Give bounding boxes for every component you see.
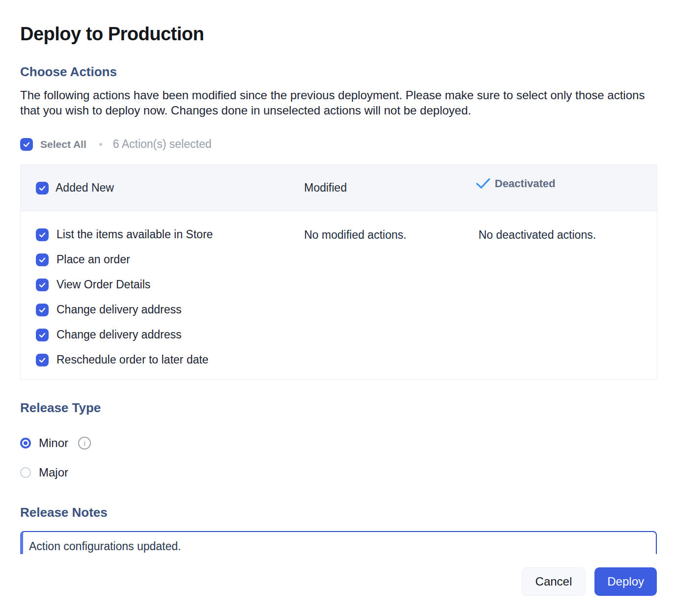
- dialog-footer: Cancel Deploy: [0, 554, 676, 616]
- action-checkbox[interactable]: [36, 253, 49, 266]
- action-label: List the items available in Store: [56, 228, 213, 241]
- deploy-button[interactable]: Deploy: [594, 567, 657, 596]
- action-checkbox[interactable]: [36, 354, 49, 366]
- checkbox-checked-icon: [38, 184, 46, 192]
- choose-actions-description: The following actions have been modified…: [20, 87, 649, 118]
- release-type-heading: Release Type: [20, 400, 657, 416]
- modified-header: Modified: [304, 181, 479, 195]
- release-type-option-minor: Minor i: [20, 428, 657, 458]
- major-radio[interactable]: [20, 467, 31, 478]
- minor-radio[interactable]: [20, 438, 31, 448]
- checkbox-checked-icon: [23, 140, 30, 148]
- release-type-options: Minor i Major: [20, 428, 657, 487]
- deactivated-check-icon: [476, 177, 491, 190]
- action-label: Reschedule order to later date: [56, 353, 208, 366]
- action-checkbox[interactable]: [36, 329, 49, 341]
- cancel-button[interactable]: Cancel: [522, 567, 586, 596]
- select-all-label: Select All: [40, 139, 86, 150]
- action-item-row: Change delivery address: [36, 297, 304, 322]
- checkbox-checked-icon: [38, 306, 46, 314]
- deploy-dialog: Deploy to Production Choose Actions The …: [0, 0, 676, 616]
- checkbox-checked-icon: [38, 256, 46, 264]
- checkbox-checked-icon: [38, 356, 46, 364]
- action-item-row: List the items available in Store: [36, 222, 304, 247]
- choose-actions-heading: Choose Actions: [20, 64, 657, 80]
- deactivated-header[interactable]: Deactivated: [476, 177, 657, 190]
- select-all-checkbox[interactable]: [20, 138, 33, 151]
- action-item-row: Reschedule order to later date: [36, 347, 304, 372]
- added-new-header: Added New: [21, 181, 304, 195]
- checkbox-checked-icon: [38, 331, 46, 339]
- selected-count-text: 6 Action(s) selected: [113, 138, 212, 151]
- checkbox-checked-icon: [38, 281, 46, 289]
- action-label: View Order Details: [56, 278, 150, 291]
- release-notes-heading: Release Notes: [20, 505, 657, 520]
- added-new-label: Added New: [56, 181, 114, 195]
- major-label: Major: [39, 466, 68, 479]
- action-checkbox[interactable]: [36, 228, 49, 241]
- dot-separator: [99, 143, 102, 146]
- action-checkbox[interactable]: [36, 279, 49, 291]
- release-type-option-major: Major: [20, 458, 657, 487]
- action-item-row: Change delivery address: [36, 322, 304, 347]
- action-label: Change delivery address: [56, 328, 181, 341]
- deactivated-empty-text: No deactivated actions.: [479, 211, 657, 379]
- action-checkbox[interactable]: [36, 304, 49, 316]
- select-all-row: Select All 6 Action(s) selected: [20, 138, 657, 151]
- action-label: Change delivery address: [56, 303, 181, 316]
- added-new-checkbox[interactable]: [36, 182, 49, 195]
- action-label: Place an order: [56, 253, 130, 266]
- checkbox-checked-icon: [38, 231, 46, 239]
- action-item-row: View Order Details: [36, 272, 304, 297]
- added-actions-list: List the items available in Store Place …: [21, 211, 304, 379]
- deactivated-label: Deactivated: [495, 177, 556, 190]
- action-item-row: Place an order: [36, 247, 304, 272]
- modified-empty-text: No modified actions.: [304, 211, 479, 379]
- actions-panel: Added New Modified Deactivated List the …: [20, 165, 657, 380]
- actions-panel-body: List the items available in Store Place …: [21, 211, 657, 379]
- dialog-title: Deploy to Production: [20, 0, 657, 45]
- actions-panel-header: Added New Modified Deactivated: [21, 165, 657, 211]
- minor-label: Minor: [39, 436, 68, 450]
- info-icon[interactable]: i: [78, 437, 91, 449]
